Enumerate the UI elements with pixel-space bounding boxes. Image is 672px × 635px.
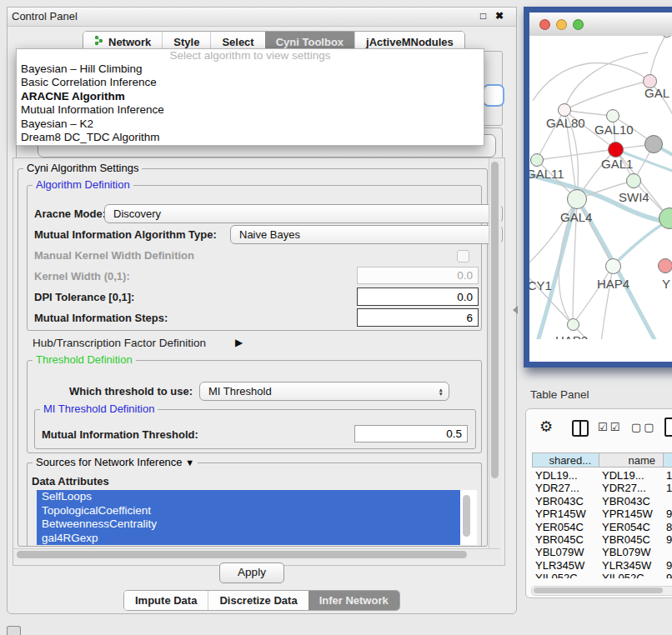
network-node-hap2[interactable]: [567, 318, 579, 331]
algorithm-option[interactable]: Basic Correlation Inference: [17, 76, 484, 89]
window-close-button[interactable]: [539, 19, 550, 30]
node-label-gal1: GAL1: [601, 157, 633, 171]
settings-horizontal-scrollbar-thumb[interactable]: [17, 551, 467, 558]
attribute-item[interactable]: gal4RGexp: [37, 532, 460, 546]
network-node-gal11[interactable]: [530, 153, 544, 167]
deselect-all-checkboxes-icon[interactable]: ▢▢: [631, 421, 657, 433]
network-node-swi4[interactable]: [626, 173, 641, 188]
network-node-gray[interactable]: [644, 135, 663, 153]
settings-scrollpane: Cyni Algorithm Settings Algorithm Defini…: [13, 158, 505, 566]
settings-vertical-scrollbar-thumb[interactable]: [491, 162, 499, 478]
table-row[interactable]: YLR345WYLR345W9.: [533, 559, 672, 572]
panel-splitter-handle-icon[interactable]: [513, 306, 518, 314]
attribute-item[interactable]: BetweennessCentrality: [37, 518, 460, 532]
window-minimize-button[interactable]: [556, 19, 567, 30]
tab-network-label: Network: [108, 36, 151, 48]
tab-impute-data-label: Impute Data: [135, 594, 197, 607]
sources-group: Sources for Network Inference ▼ Data Att…: [27, 462, 482, 547]
algorithm-option[interactable]: Mutual Information Inference: [17, 103, 484, 117]
tab-style-label: Style: [173, 36, 199, 48]
attribute-item[interactable]: TopologicalCoefficient: [37, 504, 460, 518]
spinner-arrows-icon: ▲▼: [439, 388, 444, 396]
table-row[interactable]: YER054CYER054C8.: [533, 521, 672, 533]
mi-steps-field[interactable]: [357, 308, 479, 327]
network-node-gal1-red[interactable]: [608, 142, 624, 158]
dpi-tolerance-field[interactable]: [357, 288, 479, 306]
network-node-gal4[interactable]: [567, 189, 587, 209]
close-window-icon[interactable]: ✖: [495, 10, 504, 22]
data-attributes-label: Data Attributes: [32, 475, 109, 488]
settings-vertical-scrollbar[interactable]: [489, 158, 501, 548]
algorithm-option-selected[interactable]: ARACNE Algorithm: [17, 90, 484, 103]
algorithm-option[interactable]: Bayesian – K2: [17, 118, 484, 131]
network-view-window: GAL GAL80 GAL10 GAL1 GAL11 SWI4 GAL4 GCY…: [524, 7, 672, 368]
threshold-definition-title: Threshold Definition: [33, 353, 136, 366]
node-label: GAL: [644, 86, 669, 100]
network-canvas[interactable]: GAL GAL80 GAL10 GAL1 GAL11 SWI4 GAL4 GCY…: [529, 36, 672, 339]
table-horizontal-scrollbar-thumb[interactable]: [534, 588, 663, 593]
column-header-partial[interactable]: A: [663, 452, 672, 468]
aracne-mode-select[interactable]: Discovery ▲▼: [104, 204, 503, 223]
screen: Control Panel □ ✖ Network Style Select C…: [0, 0, 672, 635]
network-node-gal80[interactable]: [558, 103, 571, 117]
algorithm-option[interactable]: Dream8 DC_TDC Algorithm: [17, 131, 484, 144]
tab-infer-network[interactable]: Infer Network: [308, 591, 399, 610]
kernel-width-field[interactable]: [357, 267, 479, 284]
expand-arrow-icon[interactable]: ▶: [235, 337, 243, 348]
manual-kernel-width-checkbox[interactable]: [457, 250, 469, 262]
mi-threshold-label: Mutual Information Threshold:: [42, 428, 198, 441]
algorithm-definition-title: Algorithm Definition: [33, 178, 133, 191]
mi-algorithm-type-select[interactable]: Naive Bayes ▲▼: [230, 225, 503, 244]
tab-infer-network-label: Infer Network: [319, 594, 389, 607]
sources-title-text: Sources for Network Inference: [36, 456, 183, 468]
algorithm-definition-group: Algorithm Definition Aracne Mode: Discov…: [27, 185, 482, 331]
control-panel-titlebar: Control Panel □ ✖: [8, 8, 516, 27]
tab-select-label: Select: [222, 36, 253, 48]
table-row[interactable]: YIL052CYIL052C9: [533, 572, 672, 578]
node-label-gal80: GAL80: [546, 116, 585, 130]
node-label-gal4: GAL4: [560, 210, 592, 224]
mi-threshold-group-title: MI Threshold Definition: [40, 402, 158, 415]
column-header-name[interactable]: name: [599, 452, 664, 468]
table-header-row: shared... name A: [533, 452, 672, 468]
control-panel-title: Control Panel: [12, 10, 78, 22]
window-zoom-button[interactable]: [573, 19, 584, 30]
hidden-combo-focus-fragment: [483, 84, 504, 107]
select-all-checkboxes-icon[interactable]: ☑☑: [598, 421, 622, 433]
new-table-icon[interactable]: [664, 418, 672, 437]
attribute-item[interactable]: SelfLoops: [37, 490, 460, 504]
network-node-gal10[interactable]: [606, 109, 619, 122]
apply-button[interactable]: Apply: [219, 562, 284, 583]
mi-threshold-field[interactable]: [354, 425, 468, 442]
table-panel: ⚙ ☑☑ ▢▢ shared... name A YDL19...YDL19..…: [525, 408, 672, 598]
network-node-hap4[interactable]: [605, 258, 621, 274]
collapse-arrow-icon[interactable]: ▼: [185, 458, 194, 468]
network-node-salmon[interactable]: [658, 258, 672, 273]
table-body: YDL19...YDL19...13... YDR27...YDR27...12…: [533, 469, 672, 578]
table-row[interactable]: YBR043CYBR043C: [533, 495, 672, 508]
tab-jactivemnodules-label: jActiveMNodules: [366, 36, 454, 48]
control-panel-window: Control Panel □ ✖ Network Style Select C…: [7, 7, 517, 614]
tab-impute-data[interactable]: Impute Data: [124, 591, 208, 610]
split-view-icon[interactable]: [572, 420, 589, 437]
table-row[interactable]: YDR27...YDR27...12...: [533, 482, 672, 494]
which-threshold-select[interactable]: MI Threshold ▲▼: [199, 382, 449, 401]
algorithm-option[interactable]: Bayesian – Hill Climbing: [17, 62, 484, 76]
tab-discretize-data-label: Discretize Data: [219, 594, 297, 607]
list-scrollbar-thumb[interactable]: [463, 495, 470, 537]
settings-horizontal-scrollbar[interactable]: [13, 548, 500, 560]
cyni-settings-group-title: Cyni Algorithm Settings: [23, 162, 142, 174]
table-panel-title: Table Panel: [530, 388, 589, 401]
float-window-icon[interactable]: □: [480, 10, 486, 22]
tab-discretize-data[interactable]: Discretize Data: [208, 591, 308, 610]
column-header-shared-name[interactable]: shared...: [532, 452, 599, 468]
table-row[interactable]: YBL079WYBL079W: [533, 546, 672, 558]
table-row[interactable]: YBR045CYBR045C9.: [533, 533, 672, 546]
table-row[interactable]: YDL19...YDL19...13...: [533, 469, 672, 482]
table-row[interactable]: YPR145WYPR145W9.: [533, 508, 672, 520]
node-label-y: Y: [662, 277, 670, 291]
minimized-panel-chip[interactable]: [7, 626, 21, 635]
network-window-titlebar: [529, 12, 672, 37]
gear-icon[interactable]: ⚙: [539, 418, 553, 436]
table-horizontal-scrollbar[interactable]: [531, 586, 672, 596]
